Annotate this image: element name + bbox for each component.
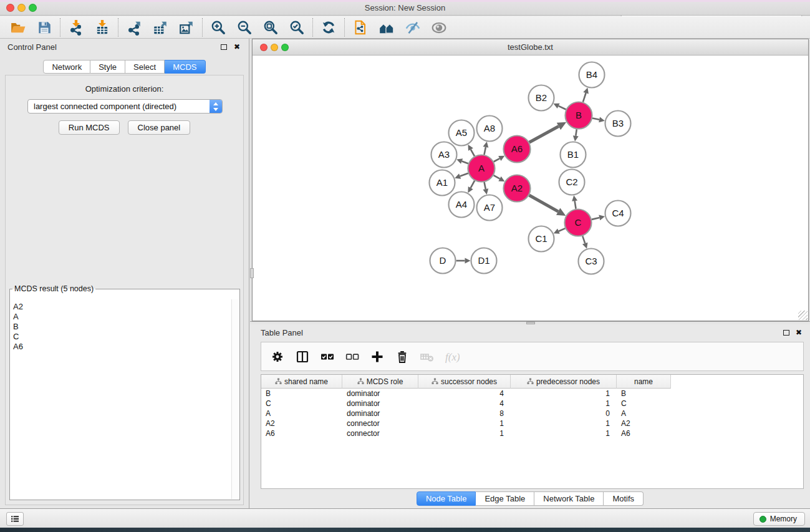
hide-details-icon[interactable] [400,18,426,37]
table-row[interactable]: Bdominator41B [261,389,803,399]
tab-node-table[interactable]: Node Table [417,491,476,506]
close-table-panel-icon[interactable]: ✖ [796,327,802,337]
column-header-shared-name[interactable]: shared name [261,375,342,389]
network-window-titlebar[interactable]: testGlobe.txt [253,39,808,56]
graph-node-D1[interactable]: D1 [471,248,497,274]
fullscreen-window-button[interactable] [29,4,37,12]
memory-button[interactable]: Memory [753,512,805,526]
bird-view-icon[interactable] [426,18,452,37]
graph-node-C3[interactable]: C3 [579,249,604,274]
export-table-icon[interactable] [147,18,173,37]
graph-edge-C-C1[interactable] [559,228,566,231]
network-canvas[interactable]: B4B2BB3A5A8A6B1A3AA1C2A2A4A7C4CC1C3DD1 [253,56,808,321]
close-panel-icon[interactable]: ✖ [234,42,240,52]
tab-select[interactable]: Select [125,60,165,74]
graph-edge-A6-B[interactable] [529,126,559,142]
graph-node-B1[interactable]: B1 [561,142,586,168]
graph-edge-A-A2[interactable] [494,175,500,179]
graph-edge-A-A8[interactable] [484,147,485,155]
window-titlebar[interactable]: Session: New Session [0,0,810,16]
refresh-icon[interactable] [316,18,342,37]
graph-edge-A-A1[interactable] [460,173,468,177]
mcds-result-item[interactable]: A [11,312,231,322]
graph-node-A[interactable]: A [468,155,495,182]
delete-entries-icon[interactable] [392,347,412,367]
graph-node-A2[interactable]: A2 [504,175,531,202]
graph-edge-B-B2[interactable] [559,106,566,110]
network-close-button[interactable] [260,44,268,51]
graph-node-D[interactable]: D [430,248,456,274]
tab-mcds[interactable]: MCDS [165,60,205,74]
graph-node-B4[interactable]: B4 [579,62,605,88]
graph-edge-C-C2[interactable] [575,201,576,209]
tab-network[interactable]: Network [43,60,90,74]
tab-motifs[interactable]: Motifs [604,491,644,506]
show-all-views-icon[interactable] [374,18,400,37]
export-image-icon[interactable] [173,18,200,37]
graph-node-C[interactable]: C [565,210,592,236]
graph-edge-A2-C[interactable] [529,195,559,211]
criterion-select[interactable]: largest connected component (directed) [27,99,223,114]
graph-edge-B-B1[interactable] [576,129,577,136]
select-stepper-icon[interactable] [210,100,222,113]
mcds-result-item[interactable]: A2 [11,302,231,312]
graph-node-A8[interactable]: A8 [477,116,503,142]
zoom-in-icon[interactable] [205,18,231,37]
column-header-successor-nodes[interactable]: successor nodes [418,375,511,389]
tab-network-table[interactable]: Network Table [534,491,604,506]
add-entry-icon[interactable] [367,347,387,367]
graph-node-A5[interactable]: A5 [449,120,475,146]
import-network-icon[interactable] [63,18,89,37]
graph-node-C1[interactable]: C1 [529,226,554,252]
close-panel-button[interactable]: Close panel [128,120,191,135]
graph-node-C2[interactable]: C2 [559,170,585,195]
window-resize-grip[interactable] [798,311,808,320]
mcds-result-item[interactable]: B [11,322,231,332]
import-table-icon[interactable] [89,18,115,37]
graph-edge-B-B3[interactable] [592,118,599,120]
graph-node-A7[interactable]: A7 [477,195,503,221]
graph-edge-A-A6[interactable] [494,158,500,162]
zoom-selected-icon[interactable] [284,18,310,37]
graph-edge-A-A3[interactable] [462,161,468,163]
table-row[interactable]: A2connector11A2 [261,418,803,428]
network-minimize-button[interactable] [271,44,278,51]
panel-resize-grip[interactable] [250,268,254,278]
mcds-result-item[interactable]: C [11,332,231,342]
deselect-all-icon[interactable] [342,347,362,367]
graph-node-A1[interactable]: A1 [430,170,455,196]
task-history-button[interactable] [6,512,24,526]
tab-style[interactable]: Style [90,60,125,74]
table-settings-icon[interactable] [268,347,287,367]
run-mcds-button[interactable]: Run MCDS [59,120,120,135]
result-scrollbar[interactable] [231,299,239,499]
toggle-columns-icon[interactable] [292,347,312,367]
zoom-fit-icon[interactable] [258,18,284,37]
graph-node-A3[interactable]: A3 [432,142,457,168]
float-panel-icon[interactable] [221,44,227,50]
graph-edge-C-C3[interactable] [582,236,585,243]
graph-node-A4[interactable]: A4 [449,192,475,218]
table-row[interactable]: Adominator80A [261,409,803,418]
graph-node-B[interactable]: B [566,102,592,129]
graph-node-A6[interactable]: A6 [504,136,531,163]
tab-edge-table[interactable]: Edge Table [476,491,534,506]
close-window-button[interactable] [6,4,14,12]
column-header-predecessor-nodes[interactable]: predecessor nodes [511,375,617,389]
zoom-out-icon[interactable] [231,18,258,37]
graph-edge-C-C4[interactable] [592,218,599,220]
graph-edge-A-A4[interactable] [471,181,475,188]
table-row[interactable]: A6connector11A6 [261,428,803,438]
save-session-icon[interactable] [31,18,57,37]
mcds-result-item[interactable]: A6 [11,342,231,352]
open-file-icon[interactable] [5,18,31,37]
graph-node-B2[interactable]: B2 [529,85,554,111]
network-zoom-button[interactable] [281,44,289,51]
graph-edge-A-A7[interactable] [485,182,486,189]
graph-edge-A-A5[interactable] [471,150,475,157]
graph-node-C4[interactable]: C4 [605,201,631,226]
column-header-MCDS-role[interactable]: MCDS role [342,375,418,389]
export-network-icon[interactable] [121,18,147,37]
select-all-icon[interactable] [317,347,337,367]
float-table-panel-icon[interactable] [783,330,789,336]
